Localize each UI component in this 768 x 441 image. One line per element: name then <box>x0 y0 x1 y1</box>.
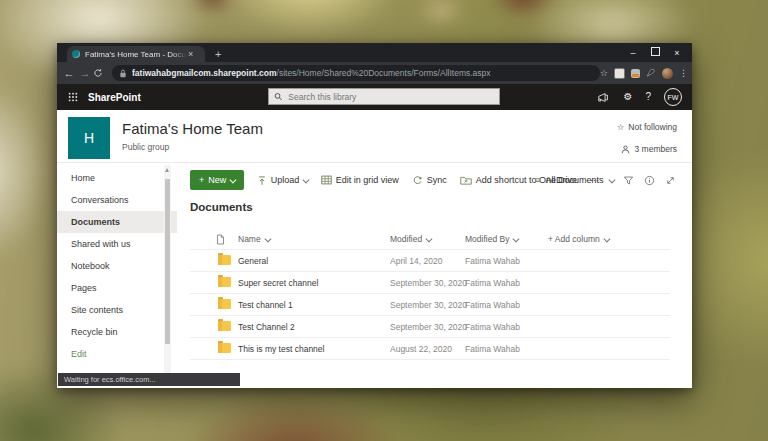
documents-table: Name Modified Modified By + Add column <box>190 231 670 360</box>
folder-icon <box>218 343 231 353</box>
folder-icon <box>218 255 231 265</box>
table-row[interactable]: Test Channel 2 September 30, 2020 Fatima… <box>190 316 670 338</box>
row-modified: April 14, 2020 <box>390 256 442 266</box>
sidebar-edit-link[interactable]: Edit <box>57 343 176 365</box>
view-selector[interactable]: ≡ All Documents <box>535 175 613 185</box>
chevron-down-icon <box>513 235 519 241</box>
row-name[interactable]: Test channel 1 <box>238 300 293 310</box>
library-search-box[interactable] <box>268 88 500 105</box>
maximize-button[interactable] <box>644 47 666 58</box>
scrollbar-thumb[interactable] <box>165 179 170 344</box>
table-row[interactable]: This is my test channel August 22, 2020 … <box>190 338 670 360</box>
sidebar: Home Conversations Documents Shared with… <box>57 163 176 388</box>
app-launcher-icon[interactable] <box>68 92 78 102</box>
new-button[interactable]: + New <box>190 170 244 190</box>
new-tab-button[interactable]: + <box>215 48 221 60</box>
sharepoint-favicon-icon <box>72 50 80 58</box>
close-window-button[interactable]: × <box>666 48 688 58</box>
members-button[interactable]: 3 members <box>621 144 677 154</box>
sidebar-item-pages[interactable]: Pages <box>57 277 176 299</box>
view-selector-label: All Documents <box>545 175 603 185</box>
search-input[interactable] <box>286 91 494 103</box>
row-name[interactable]: This is my test channel <box>238 344 324 354</box>
follow-label: Not following <box>628 122 677 132</box>
library-title: Documents <box>190 201 253 213</box>
browser-menu-icon[interactable]: ⋮ <box>679 68 688 78</box>
table-row[interactable]: Test channel 1 September 30, 2020 Fatima… <box>190 294 670 316</box>
sidebar-item-documents[interactable]: Documents <box>57 211 177 233</box>
scroll-up-icon[interactable] <box>165 168 169 172</box>
extension-icon[interactable] <box>614 68 625 79</box>
command-bar: + New Upload Edit in grid vie <box>190 167 692 193</box>
site-logo[interactable]: H <box>68 117 110 159</box>
name-column-header[interactable]: Name <box>238 234 269 244</box>
megaphone-icon[interactable] <box>597 92 610 103</box>
sync-label: Sync <box>427 175 447 185</box>
folder-icon <box>218 299 231 309</box>
search-icon <box>274 92 282 101</box>
settings-gear-icon[interactable]: ⚙ <box>623 92 632 102</box>
sidebar-item-notebook[interactable]: Notebook <box>57 255 176 277</box>
reload-button[interactable] <box>93 68 109 78</box>
file-type-column[interactable] <box>216 234 225 245</box>
address-bar[interactable]: fatiwahabgmailcom.sharepoint.com/sites/H… <box>112 65 600 81</box>
upload-icon <box>257 175 267 186</box>
row-name[interactable]: General <box>238 256 268 266</box>
profile-avatar[interactable] <box>662 68 673 79</box>
sidebar-item-shared-with-us[interactable]: Shared with us <box>57 233 176 255</box>
row-modified-by: Fatima Wahab <box>465 278 520 288</box>
folder-icon <box>218 321 231 331</box>
browser-tab[interactable]: Fatima's Home Team - Documen × <box>67 46 205 62</box>
padlock-icon <box>119 69 127 78</box>
url-domain: fatiwahabgmailcom.sharepoint.com <box>132 68 277 78</box>
browser-window: Fatima's Home Team - Documen × + – × ← →… <box>57 43 692 388</box>
sidebar-item-home[interactable]: Home <box>57 167 176 189</box>
add-column-header[interactable]: + Add column <box>548 234 608 244</box>
url-path: /sites/Home/Shared%20Documents/Forms/All… <box>277 68 491 78</box>
sidebar-item-recycle-bin[interactable]: Recycle bin <box>57 321 176 343</box>
upload-button[interactable]: Upload <box>257 175 308 186</box>
sync-icon <box>412 175 423 186</box>
expand-icon[interactable] <box>665 175 676 186</box>
chevron-down-icon <box>264 235 270 241</box>
table-row[interactable]: General April 14, 2020 Fatima Wahab <box>190 250 670 272</box>
chevron-down-icon <box>303 176 309 182</box>
new-button-label: New <box>208 175 226 185</box>
row-modified: August 22, 2020 <box>390 344 452 354</box>
browser-status-bar: Waiting for ecs.office.com... <box>58 373 240 386</box>
row-name[interactable]: Test Channel 2 <box>238 322 295 332</box>
row-modified-by: Fatima Wahab <box>465 344 520 354</box>
close-tab-icon[interactable]: × <box>188 50 193 59</box>
sharepoint-logo-text[interactable]: SharePoint <box>88 92 141 103</box>
plus-icon: + <box>199 175 204 185</box>
minimize-button[interactable]: – <box>622 48 644 58</box>
folder-icon <box>218 277 231 287</box>
sidebar-item-conversations[interactable]: Conversations <box>57 189 176 211</box>
back-button[interactable]: ← <box>61 67 77 79</box>
account-avatar[interactable]: FW <box>664 88 682 106</box>
edit-grid-view-label: Edit in grid view <box>336 175 399 185</box>
sync-button[interactable]: Sync <box>412 175 447 186</box>
bookmark-star-icon[interactable]: ☆ <box>600 68 608 78</box>
site-title[interactable]: Fatima's Home Team <box>122 120 263 137</box>
sidebar-scrollbar[interactable] <box>164 165 171 375</box>
tab-title: Fatima's Home Team - Documen <box>85 50 187 59</box>
modified-by-column-header[interactable]: Modified By <box>465 234 518 244</box>
pin-extension-icon[interactable] <box>646 68 656 78</box>
table-row[interactable]: Super secret channel September 30, 2020 … <box>190 272 670 294</box>
extension-badge-icon[interactable] <box>631 69 640 78</box>
tab-strip: Fatima's Home Team - Documen × + – × <box>57 43 692 62</box>
chevron-down-icon <box>426 235 432 241</box>
site-privacy-label: Public group <box>122 142 169 152</box>
info-icon[interactable] <box>644 175 655 186</box>
follow-button[interactable]: ☆ Not following <box>617 122 677 132</box>
modified-column-header[interactable]: Modified <box>390 234 431 244</box>
help-icon[interactable]: ? <box>645 92 651 102</box>
sidebar-item-site-contents[interactable]: Site contents <box>57 299 176 321</box>
forward-button[interactable]: → <box>77 67 93 79</box>
edit-grid-view-button[interactable]: Edit in grid view <box>321 175 399 185</box>
filter-icon[interactable] <box>623 175 634 186</box>
members-label: 3 members <box>634 144 677 154</box>
folder-shortcut-icon <box>460 175 472 185</box>
row-name[interactable]: Super secret channel <box>238 278 318 288</box>
